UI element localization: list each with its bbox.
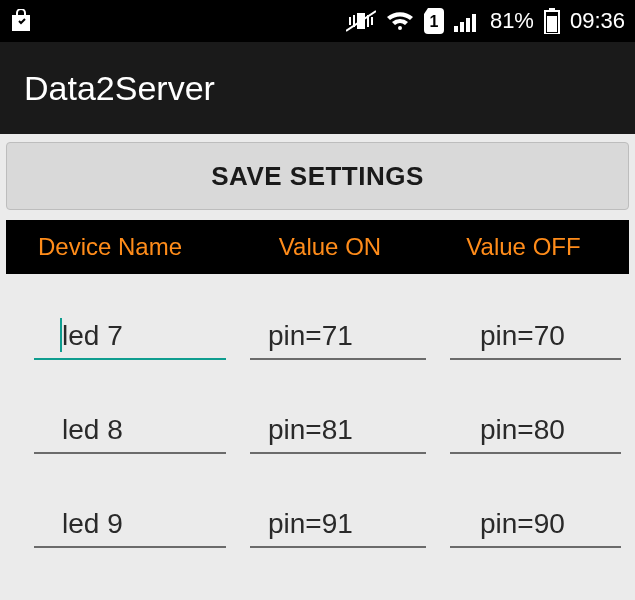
col-header-value-on: Value ON	[230, 233, 430, 261]
table-row	[6, 556, 629, 600]
cell-value-on	[250, 414, 426, 454]
cell-value-on	[250, 320, 426, 360]
value-off-input[interactable]	[450, 320, 621, 352]
table-row	[6, 274, 629, 368]
cell-device-name	[34, 320, 226, 360]
device-name-input[interactable]	[34, 414, 226, 446]
svg-rect-2	[460, 22, 464, 32]
sim1-icon: 1	[424, 8, 444, 34]
col-header-value-off: Value OFF	[430, 233, 625, 261]
cell-value-on	[250, 508, 426, 548]
svg-rect-7	[547, 16, 557, 32]
value-off-input[interactable]	[450, 414, 621, 446]
table-row	[6, 462, 629, 556]
save-settings-button[interactable]: SAVE SETTINGS	[6, 142, 629, 210]
wifi-icon	[386, 10, 414, 32]
app-title: Data2Server	[24, 69, 215, 108]
status-bar: 1 81% 09:36	[0, 0, 635, 42]
cell-value-off	[450, 508, 621, 548]
svg-rect-4	[472, 14, 476, 32]
app-bar: Data2Server	[0, 42, 635, 134]
vibrate-mute-icon	[346, 9, 376, 33]
device-name-input[interactable]	[34, 320, 226, 352]
value-on-input[interactable]	[250, 414, 426, 446]
signal-icon	[454, 10, 480, 32]
cell-device-name	[34, 508, 226, 548]
cell-value-off	[450, 320, 621, 360]
battery-percent: 81%	[490, 8, 534, 34]
settings-table: Device Name Value ON Value OFF	[0, 216, 635, 600]
cell-device-name	[34, 414, 226, 454]
svg-rect-1	[454, 26, 458, 32]
notification-bag-icon	[10, 9, 32, 33]
value-on-input[interactable]	[250, 320, 426, 352]
device-name-input[interactable]	[34, 508, 226, 540]
clock: 09:36	[570, 8, 625, 34]
svg-rect-3	[466, 18, 470, 32]
battery-icon	[544, 8, 560, 34]
value-on-input[interactable]	[250, 508, 426, 540]
svg-text:1: 1	[429, 13, 438, 30]
cell-value-off	[450, 414, 621, 454]
col-header-device-name: Device Name	[10, 233, 230, 261]
value-off-input[interactable]	[450, 508, 621, 540]
text-cursor	[60, 318, 62, 352]
table-header: Device Name Value ON Value OFF	[6, 220, 629, 274]
table-row	[6, 368, 629, 462]
